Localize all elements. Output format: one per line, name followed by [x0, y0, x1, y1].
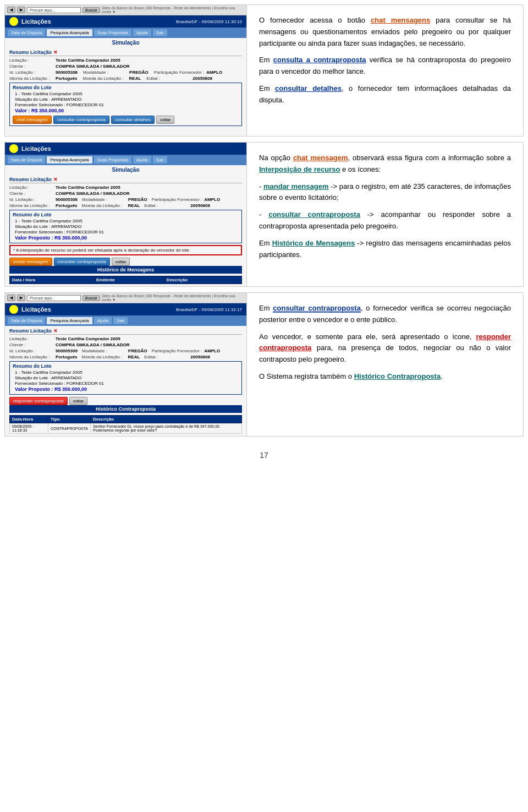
screenshot-panel-3: ◀ ▶ Buscar Sites do Banco do Brasil | BB… [5, 293, 247, 436]
historico-mensagens-table: Data / Hora Emitente Descrição [9, 276, 242, 284]
link-historico-mensagens[interactable]: Histórico de Mensagens [272, 239, 355, 247]
resumo-lote-box-2: Resumo do Lote 1 - Teste Cartilha Compra… [9, 210, 242, 243]
table-title-3: Histórico Contraproposta [9, 405, 242, 413]
nav-ajuda-1[interactable]: Ajuda [133, 29, 151, 37]
browser-btn-back-3[interactable]: ◀ [7, 295, 15, 301]
browser-btn-back[interactable]: ◀ [7, 7, 15, 13]
col-tipo-3: Tipo [48, 416, 91, 423]
nav-propostas-1[interactable]: Suas Propostas [94, 29, 132, 37]
text-para-3-3: O Sistema registra também o Histórico Co… [259, 371, 511, 383]
nav-propostas-2[interactable]: Suas Propostas [94, 156, 132, 164]
sim-content-1: Resumo Licitação ✕ Licitação : Teste Car… [5, 47, 246, 130]
nav-ajuda-3[interactable]: Ajuda [94, 317, 112, 325]
field-licitacao-3: Licitação : Teste Cartilha Comprador 200… [9, 336, 242, 341]
browser-btn-go-3[interactable]: Buscar [82, 295, 100, 301]
sim-nav-3: Sala de Disputa Pesquisa Avançada Ajuda … [5, 315, 246, 326]
link-consultar-contraproposta-3[interactable]: consultar contraproposta [273, 304, 361, 313]
nav-ajuda-2[interactable]: Ajuda [133, 156, 151, 164]
browser-btn-go[interactable]: Buscar [82, 7, 100, 13]
field-cliente-3: Cliente : COMPRA SIMULADA / SIMULADOR [9, 342, 242, 347]
field-licitacao-2: Licitação : Teste Cartilha Comprador 200… [9, 185, 242, 190]
browser-bar-3: ◀ ▶ Buscar Sites do Banco do Brasil | BB… [5, 293, 246, 303]
sim-title-bar-3: Licitações Brasília/DF - 09/08/2005 11:3… [5, 303, 246, 315]
nav-pesquisa-3[interactable]: Pesquisa Avançada [46, 317, 92, 325]
text-para-1-2: Em consulta a contraproposta verifica se… [259, 55, 511, 78]
field-idioma-2: Idioma da Licitação : Português Moeda da… [9, 203, 242, 208]
browser-btn-forward[interactable]: ▶ [17, 7, 25, 13]
btn-responder-contraproposta-3[interactable]: responder contraproposta [9, 397, 68, 405]
cell-date-3: 09/08/2005-11:18:33 [10, 423, 48, 434]
sim-subtitle-1: Simulação [5, 38, 246, 47]
nav-sala-disputa-3[interactable]: Sala de Disputa [7, 317, 46, 325]
btn-enviar-mensagem-2[interactable]: enviar mensagem [9, 258, 52, 266]
btn-consultar-contraproposta-2[interactable]: consultar contraproposta [54, 258, 110, 266]
sim-brasil-date-3: Brasília/DF - 09/08/2005 11:32:17 [176, 307, 242, 312]
browser-nav-links-3: Sites do Banco do Brasil | BB Responde -… [102, 294, 244, 302]
field-cliente-1: Cliente : COMPRA SIMULADA / SIMULADOR [9, 64, 242, 69]
field-licitacao-1: Licitação : Teste Cartilha Comprador 200… [9, 58, 242, 63]
sim-buttons-2: enviar mensagem consultar contraproposta… [9, 258, 242, 266]
link-interposicao-recurso[interactable]: Interposição de recurso [259, 165, 340, 173]
text-para-3-2: Ao vencedor, e somente para ele, será ap… [259, 331, 511, 366]
link-consulta-contraproposta[interactable]: consulta a contraproposta [273, 56, 366, 64]
text-panel-2: Na opção chat mensagem, observará essa f… [247, 143, 523, 286]
historico-contraproposta-table: Data-Hora Tipo Descrição 09/08/2005-11:1… [9, 415, 242, 434]
link-mandar-mensagem[interactable]: mandar mensagem [263, 182, 329, 190]
field-idioma-1: Idioma da Licitação : Português Moeda da… [9, 76, 242, 81]
text-para-2-1: Na opção chat mensagem, observará essa f… [259, 152, 511, 176]
resumo-lote-box-1: Resumo do Lote 1 - Teste Cartilha Compra… [9, 83, 242, 126]
nav-pesquisa-1[interactable]: Pesquisa Avançada [46, 29, 92, 37]
btn-voltar-2[interactable]: voltar [112, 258, 130, 266]
text-para-1-1: O fornecedor acessa o botão chat mensage… [259, 15, 511, 49]
btn-consultar-contraproposta-1[interactable]: consultar contraproposta [53, 116, 109, 124]
text-panel-1: O fornecedor acessa o botão chat mensage… [247, 5, 523, 136]
field-idioma-3: Idioma da Licitação : Português Moeda da… [9, 355, 242, 359]
table-row-contraproposta: 09/08/2005-11:18:33 CONTRAPROPOSTA Senho… [10, 423, 242, 434]
nav-sair-3[interactable]: Sair [113, 317, 128, 325]
btn-voltar-3[interactable]: voltar [69, 397, 88, 405]
btn-consultar-detalhes-1[interactable]: consultar detalhes [111, 116, 155, 124]
nav-sala-disputa-1[interactable]: Sala de Disputa [7, 29, 46, 37]
nav-sair-2[interactable]: Sair [152, 156, 168, 164]
nav-sair-1[interactable]: Sair [152, 29, 168, 37]
bb-logo-icon-3 [9, 305, 18, 314]
text-para-2-3: - consultar contraproposta -> acompanhar… [259, 209, 511, 232]
link-consultar-contraproposta-text-2[interactable]: consultar contraproposta [268, 210, 360, 219]
sim-buttons-3: responder contraproposta voltar [9, 397, 242, 405]
sim-content-3: Resumo Licitação ✕ Licitação : Teste Car… [5, 326, 246, 436]
sim-nav-2: Sala de Disputa Pesquisa Avançada Suas P… [5, 155, 246, 165]
browser-btn-forward-3[interactable]: ▶ [17, 295, 25, 301]
col-descricao-3: Descrição [90, 416, 241, 423]
btn-chat-mensagem-1[interactable]: chat mensagem [13, 116, 52, 124]
nav-sala-disputa-2[interactable]: Sala de Disputa [7, 156, 46, 164]
link-consultar-detalhes[interactable]: consultar detalhes [275, 84, 342, 92]
btn-voltar-1[interactable]: voltar [156, 116, 175, 124]
link-historico-contraproposta[interactable]: Histórico Contraproposta [354, 372, 441, 380]
text-para-1-3: Em consultar detalhes, o fornecedor tem … [259, 83, 511, 106]
link-responder-contraproposta-3[interactable]: responder contraproposta [259, 333, 511, 352]
browser-bar-1: ◀ ▶ Buscar Sites do Banco do Brasil | BB… [5, 5, 246, 15]
text-panel-3: Em consultar contraproposta, o fornecedo… [247, 293, 523, 436]
sim-content-2: Resumo Licitação ✕ Licitação : Teste Car… [5, 175, 246, 286]
row-block-1: ◀ ▶ Buscar Sites do Banco do Brasil | BB… [4, 4, 524, 137]
col-data-hora-2: Data / Hora [10, 276, 94, 284]
field-cliente-2: Cliente : COMPRA SIMULADA / SIMULADOR [9, 191, 242, 196]
page-number: 17 [4, 442, 524, 464]
sim-title-text-2: Licitações [21, 145, 51, 152]
field-id-1: Id. Licitação : 900005308 Modalidade : P… [9, 70, 242, 75]
text-para-3-1: Em consultar contraproposta, o fornecedo… [259, 303, 511, 326]
link-chat-mensagem-2[interactable]: chat mensagem [293, 154, 348, 162]
col-descricao-2: Descrição [164, 276, 241, 284]
field-id-3: Id. Licitação : 900005309 Modalidade : P… [9, 348, 242, 353]
link-chat-mensagens[interactable]: chat mensagens [371, 16, 430, 24]
nav-pesquisa-2[interactable]: Pesquisa Avançada [46, 156, 92, 164]
row-block-3: ◀ ▶ Buscar Sites do Banco do Brasil | BB… [4, 292, 524, 437]
field-id-2: Id. Licitação : 900005308 Modalidade : P… [9, 197, 242, 202]
cell-desc-3: Senhor Fornecedor 01, nosso preço para c… [90, 423, 241, 434]
sim-nav-1: Sala de Disputa Pesquisa Avançada Suas P… [5, 28, 246, 38]
browser-url-input[interactable] [27, 7, 81, 13]
row-block-2: Licitações Sala de Disputa Pesquisa Avan… [4, 142, 524, 287]
sim-title-text-3: Licitações [21, 306, 51, 313]
browser-url-input-3[interactable] [27, 295, 81, 301]
screenshot-panel-2: Licitações Sala de Disputa Pesquisa Avan… [5, 143, 247, 286]
